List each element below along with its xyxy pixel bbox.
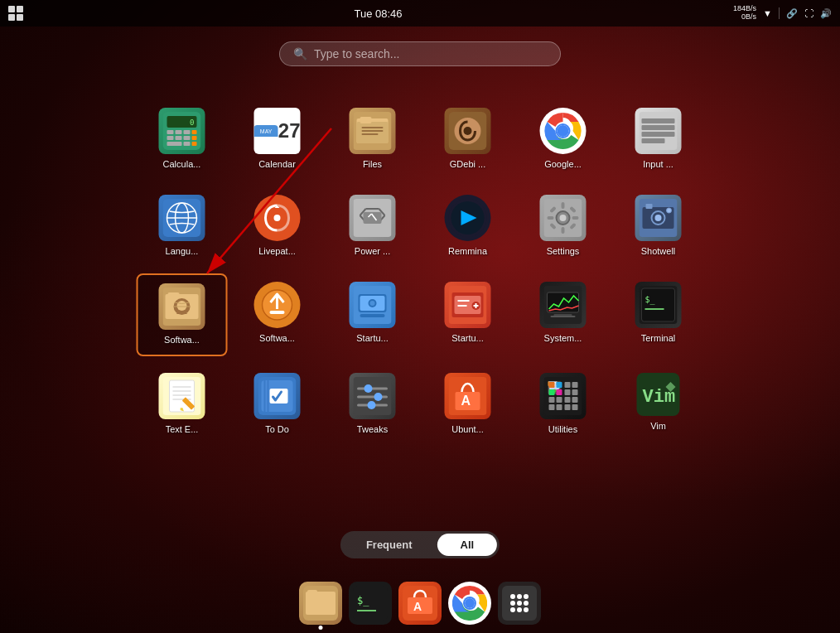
software-src-icon: [159, 283, 205, 330]
svg-rect-18: [357, 122, 389, 143]
app-startup-disk[interactable]: Startu...: [327, 273, 418, 355]
gdebi-icon: [445, 108, 491, 154]
shotwell-icon: [635, 195, 682, 241]
app-power[interactable]: Power ...: [327, 186, 418, 265]
svg-point-167: [517, 607, 522, 612]
app-calendar[interactable]: MAY 27 Calendar: [232, 99, 323, 178]
all-tab[interactable]: All: [437, 534, 498, 556]
dock-terminal[interactable]: $_: [349, 582, 392, 625]
svg-rect-5: [167, 130, 174, 134]
svg-text:A: A: [413, 600, 422, 613]
svg-rect-13: [167, 142, 182, 146]
topbar: Tue 08:46 184B/s 0B/s ▼ 🔗 ⛶ 🔊: [0, 0, 840, 27]
software-upd-label: Softwa...: [259, 333, 295, 344]
app-tweaks[interactable]: Tweaks: [327, 365, 418, 443]
clock: Tue 08:46: [355, 7, 403, 20]
files-label: Files: [363, 159, 382, 170]
frequent-tab[interactable]: Frequent: [343, 534, 436, 556]
svg-rect-59: [562, 227, 565, 234]
app-input[interactable]: Input ...: [613, 99, 704, 178]
app-gdebi[interactable]: GDebi ...: [422, 99, 514, 178]
dock-apps-grid[interactable]: [498, 582, 541, 625]
svg-rect-21: [362, 130, 384, 132]
app-chrome[interactable]: Google...: [518, 99, 609, 178]
dock-chrome[interactable]: [448, 582, 491, 625]
utilities-label: Utilities: [548, 424, 577, 435]
app-text-editor[interactable]: Text E...: [137, 365, 228, 443]
app-vim[interactable]: Vim Vim: [613, 365, 704, 443]
text-editor-icon: [159, 373, 205, 419]
network-speed: 184B/s 0B/s: [733, 5, 756, 22]
search-input[interactable]: [314, 47, 547, 60]
svg-point-161: [517, 594, 522, 599]
svg-rect-131: [565, 382, 571, 388]
app-language[interactable]: Langu...: [137, 186, 228, 265]
calculator-icon: 0: [159, 108, 205, 154]
svg-rect-132: [572, 382, 578, 388]
remmina-icon: [445, 195, 491, 241]
svg-point-120: [368, 401, 376, 409]
gdebi-label: GDebi ...: [450, 159, 485, 170]
svg-rect-31: [640, 112, 678, 150]
network-icon[interactable]: 🔗: [786, 8, 798, 19]
svg-point-160: [510, 594, 515, 599]
svg-rect-10: [176, 136, 182, 140]
utilities-icon: [540, 373, 587, 419]
input-label: Input ...: [643, 159, 673, 170]
app-software-src[interactable]: Softwa...: [137, 273, 228, 355]
svg-rect-148: [307, 590, 317, 596]
svg-rect-80: [270, 311, 285, 314]
svg-rect-60: [548, 216, 554, 220]
app-utilities[interactable]: Utilities: [518, 365, 609, 443]
app-calculator[interactable]: 0 Calcula...: [137, 99, 228, 178]
svg-rect-134: [572, 389, 578, 395]
activities-icon[interactable]: [8, 6, 23, 21]
dock-files[interactable]: [299, 582, 342, 625]
app-todo[interactable]: To Do: [232, 365, 323, 443]
app-remmina[interactable]: Remmina: [422, 186, 514, 265]
svg-rect-12: [192, 136, 197, 140]
app-settings[interactable]: Settings: [518, 186, 609, 265]
remmina-label: Remmina: [448, 246, 487, 257]
svg-point-118: [374, 393, 383, 401]
svg-rect-141: [565, 404, 571, 410]
power-icon: [350, 195, 396, 241]
todo-icon: [254, 373, 301, 419]
tweaks-icon: [350, 373, 396, 419]
app-terminal[interactable]: $_ Terminal: [613, 273, 704, 355]
svg-rect-74: [168, 292, 180, 299]
search-container: 🔍: [279, 41, 561, 66]
app-ubuntu-sw[interactable]: A Ubunt...: [422, 365, 514, 443]
startup-disk-icon: [350, 282, 396, 328]
chrome-icon: [540, 108, 587, 154]
svg-rect-129: [549, 389, 555, 395]
svg-rect-142: [572, 404, 578, 410]
settings-icon: [540, 195, 587, 241]
vim-label: Vim: [650, 421, 666, 432]
chrome-label: Google...: [544, 159, 582, 170]
system-mon-icon: [540, 282, 587, 328]
bluetooth-icon[interactable]: ⛶: [804, 8, 813, 18]
calendar-icon: MAY 27: [254, 108, 301, 154]
app-shotwell[interactable]: Shotwell: [613, 186, 704, 265]
app-livepatch[interactable]: Livepat...: [232, 186, 323, 265]
svg-rect-138: [557, 397, 562, 403]
search-bar[interactable]: 🔍: [279, 41, 561, 66]
svg-rect-130: [557, 389, 562, 395]
svg-point-165: [524, 601, 529, 606]
app-software-upd[interactable]: Softwa...: [232, 273, 323, 355]
download-icon: ▼: [763, 8, 772, 18]
volume-icon[interactable]: 🔊: [820, 8, 832, 19]
startup-app-icon: [445, 282, 491, 328]
app-startup-app[interactable]: Startu...: [422, 273, 514, 355]
svg-rect-15: [192, 142, 197, 146]
app-system-mon[interactable]: System...: [518, 273, 609, 355]
startup-disk-label: Startu...: [356, 333, 389, 344]
input-icon: [635, 108, 682, 154]
text-editor-label: Text E...: [166, 424, 199, 435]
dock-software[interactable]: A: [398, 582, 442, 625]
language-icon: [159, 195, 205, 241]
app-files[interactable]: Files: [327, 99, 418, 178]
svg-rect-19: [360, 117, 372, 123]
svg-rect-20: [362, 127, 384, 128]
